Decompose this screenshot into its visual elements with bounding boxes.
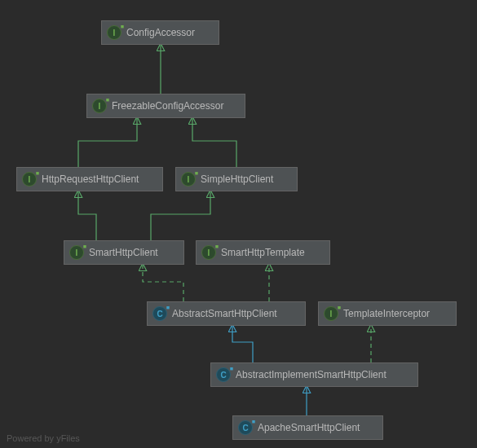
node-smartHttpTemplate[interactable]: I■SmartHttpTemplate bbox=[196, 240, 330, 265]
interface-icon: I■ bbox=[92, 99, 107, 113]
node-apacheSmartHttpClient[interactable]: C■ApacheSmartHttpClient bbox=[232, 415, 383, 440]
node-smartHttpClient[interactable]: I■SmartHttpClient bbox=[64, 240, 184, 265]
node-configAccessor[interactable]: I■ConfigAccessor bbox=[101, 20, 219, 45]
interface-icon: I■ bbox=[69, 245, 84, 260]
edge-abstractSmartHttpClient-to-smartHttpClient bbox=[143, 263, 183, 301]
node-label: SmartHttpTemplate bbox=[221, 247, 305, 258]
diagram-canvas: I■ConfigAccessorI■FreezableConfigAccesso… bbox=[0, 0, 477, 448]
class-icon: C■ bbox=[152, 306, 167, 321]
edge-abstractImplSmart-to-abstractSmartHttpClient bbox=[232, 324, 253, 362]
class-icon: C■ bbox=[216, 367, 231, 382]
edge-smartHttpClient-to-simpleHttpClient bbox=[151, 190, 210, 240]
interface-icon: I■ bbox=[181, 172, 196, 187]
node-label: ConfigAccessor bbox=[126, 27, 195, 38]
node-freezableConfigAccessor[interactable]: I■FreezableConfigAccessor bbox=[86, 94, 245, 118]
interface-icon: I■ bbox=[107, 25, 121, 40]
node-simpleHttpClient[interactable]: I■SimpleHttpClient bbox=[175, 167, 298, 191]
edge-httpRequestHttpClient-to-freezableConfigAccessor bbox=[78, 116, 137, 167]
node-abstractSmartHttpClient[interactable]: C■AbstractSmartHttpClient bbox=[147, 301, 306, 326]
node-label: AbstractSmartHttpClient bbox=[172, 308, 277, 319]
node-templateInterceptor[interactable]: I■TemplateInterceptor bbox=[318, 301, 457, 326]
node-label: HttpRequestHttpClient bbox=[42, 173, 139, 185]
class-icon: C■ bbox=[238, 420, 253, 435]
interface-icon: I■ bbox=[201, 245, 216, 260]
footer-credit: Powered by yFiles bbox=[7, 433, 80, 443]
edge-simpleHttpClient-to-freezableConfigAccessor bbox=[192, 116, 236, 167]
node-label: SmartHttpClient bbox=[89, 247, 158, 258]
node-label: ApacheSmartHttpClient bbox=[258, 422, 360, 433]
node-httpRequestHttpClient[interactable]: I■HttpRequestHttpClient bbox=[16, 167, 163, 191]
interface-icon: I■ bbox=[22, 172, 37, 187]
interface-icon: I■ bbox=[324, 306, 338, 321]
node-label: TemplateInterceptor bbox=[343, 308, 430, 319]
node-label: AbstractImplementSmartHttpClient bbox=[236, 369, 386, 380]
node-label: SimpleHttpClient bbox=[201, 173, 273, 185]
node-label: FreezableConfigAccessor bbox=[112, 100, 223, 112]
edge-smartHttpClient-to-httpRequestHttpClient bbox=[78, 190, 96, 240]
node-abstractImplSmart[interactable]: C■AbstractImplementSmartHttpClient bbox=[210, 362, 418, 387]
